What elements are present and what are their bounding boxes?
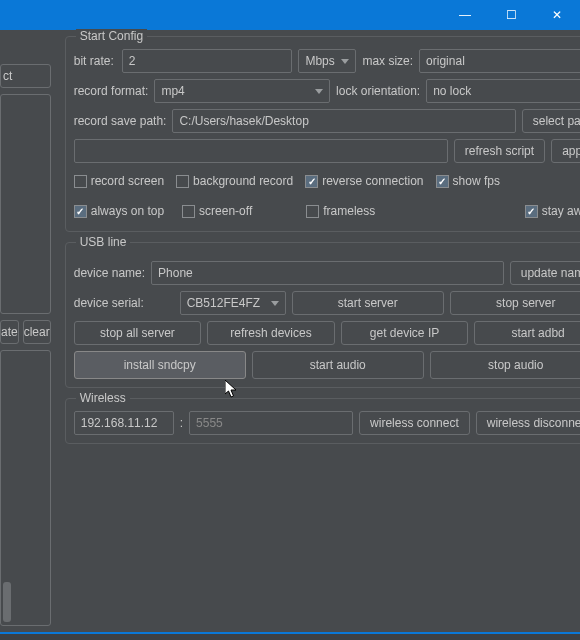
stay-awake-checkbox[interactable]: stay awake xyxy=(525,204,580,218)
select-path-button[interactable]: select path xyxy=(522,109,580,133)
update-name-button[interactable]: update name xyxy=(510,261,580,285)
lock-label: lock orientation: xyxy=(336,84,420,98)
wireless-group: Wireless : wireless connect wireless dis… xyxy=(65,398,580,444)
device-name-label: device name: xyxy=(74,266,145,280)
reverse-connection-checkbox[interactable]: reverse connection xyxy=(305,174,423,188)
screen-off-checkbox[interactable]: screen-off xyxy=(182,204,252,218)
wireless-port-input[interactable] xyxy=(189,411,353,435)
device-serial-label: device serial: xyxy=(74,296,174,310)
background-record-checkbox[interactable]: background record xyxy=(176,174,293,188)
close-button[interactable]: ✕ xyxy=(534,0,580,30)
script-input[interactable] xyxy=(74,139,448,163)
get-device-ip-button[interactable]: get device IP xyxy=(341,321,469,345)
device-name-input[interactable] xyxy=(151,261,504,285)
scrollbar-thumb[interactable] xyxy=(3,582,11,622)
wireless-title: Wireless xyxy=(76,391,130,405)
left-panel: ct ate clear xyxy=(0,30,57,632)
wireless-ip-input[interactable] xyxy=(74,411,174,435)
left-list-1 xyxy=(0,94,51,314)
apply-button[interactable]: apply xyxy=(551,139,580,163)
lock-select[interactable]: no lock xyxy=(426,79,580,103)
left-button-1[interactable]: ct xyxy=(0,64,51,88)
path-label: record save path: xyxy=(74,114,167,128)
record-screen-checkbox[interactable]: record screen xyxy=(74,174,164,188)
titlebar: — ☐ ✕ xyxy=(0,0,580,30)
maxsize-label: max size: xyxy=(362,54,413,68)
bitrate-label: bit rate: xyxy=(74,54,116,68)
left-button-2[interactable]: ate xyxy=(0,320,19,344)
start-config-group: Start Config bit rate: Mbps max size: or… xyxy=(65,36,580,232)
stop-server-button[interactable]: stop server xyxy=(450,291,580,315)
stop-all-server-button[interactable]: stop all server xyxy=(74,321,202,345)
start-config-title: Start Config xyxy=(76,29,147,43)
refresh-script-button[interactable]: refresh script xyxy=(454,139,545,163)
show-fps-checkbox[interactable]: show fps xyxy=(436,174,500,188)
maximize-button[interactable]: ☐ xyxy=(488,0,534,30)
format-select[interactable]: mp4 xyxy=(154,79,330,103)
bitrate-unit-select[interactable]: Mbps xyxy=(298,49,356,73)
cursor-icon xyxy=(225,380,241,400)
always-on-top-checkbox[interactable]: always on top xyxy=(74,204,164,218)
colon: : xyxy=(180,416,183,430)
frameless-checkbox[interactable]: frameless xyxy=(306,204,375,218)
bitrate-input[interactable] xyxy=(122,49,293,73)
stop-audio-button[interactable]: stop audio xyxy=(430,351,580,379)
usb-title: USB line xyxy=(76,235,131,249)
device-serial-select[interactable]: CB512FE4FZ xyxy=(180,291,286,315)
minimize-button[interactable]: — xyxy=(442,0,488,30)
format-label: record format: xyxy=(74,84,149,98)
path-input[interactable] xyxy=(172,109,515,133)
usb-group: USB line device name: update name device… xyxy=(65,242,580,388)
maxsize-select[interactable]: original xyxy=(419,49,580,73)
refresh-devices-button[interactable]: refresh devices xyxy=(207,321,335,345)
start-audio-button[interactable]: start audio xyxy=(252,351,424,379)
left-button-3[interactable]: clear xyxy=(23,320,51,344)
install-sndcpy-button[interactable]: install sndcpy xyxy=(74,351,246,379)
start-server-button[interactable]: start server xyxy=(292,291,444,315)
wireless-connect-button[interactable]: wireless connect xyxy=(359,411,470,435)
wireless-disconnect-button[interactable]: wireless disconnect xyxy=(476,411,580,435)
left-list-2 xyxy=(0,350,51,626)
start-adbd-button[interactable]: start adbd xyxy=(474,321,580,345)
